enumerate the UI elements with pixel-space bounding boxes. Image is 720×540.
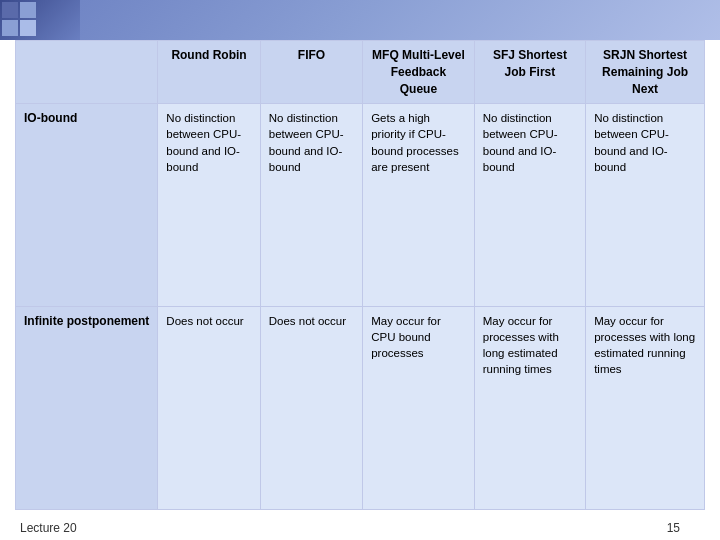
cell-io-srjn: No distinction between CPU-bound and IO-… (586, 104, 705, 307)
table-container: Round Robin FIFO MFQ Multi-Level Feedbac… (15, 40, 705, 510)
header-fifo: FIFO (260, 41, 362, 104)
footer: Lecture 20 15 (0, 521, 700, 535)
header-srjn: SRJN Shortest Remaining Job Next (586, 41, 705, 104)
top-bar-accent (0, 0, 80, 40)
square-1 (2, 2, 18, 18)
header-empty (16, 41, 158, 104)
page-number: 15 (667, 521, 680, 535)
top-bar (0, 0, 720, 40)
cell-io-sfj: No distinction between CPU-bound and IO-… (474, 104, 585, 307)
square-3 (2, 20, 18, 36)
cell-post-rr: Does not occur (158, 307, 260, 510)
table-row: IO-bound No distinction between CPU-boun… (16, 104, 705, 307)
cell-post-srjn: May occur for processes with long estima… (586, 307, 705, 510)
comparison-table: Round Robin FIFO MFQ Multi-Level Feedbac… (15, 40, 705, 510)
square-4 (20, 20, 36, 36)
cell-io-fifo: No distinction between CPU-bound and IO-… (260, 104, 362, 307)
header-round-robin: Round Robin (158, 41, 260, 104)
header-sfj: SFJ Shortest Job First (474, 41, 585, 104)
header-mfq: MFQ Multi-Level Feedback Queue (363, 41, 475, 104)
square-2 (20, 2, 36, 18)
table-row: Infinite postponement Does not occur Doe… (16, 307, 705, 510)
cell-io-rr: No distinction between CPU-bound and IO-… (158, 104, 260, 307)
cell-io-mfq: Gets a high priority if CPU-bound proces… (363, 104, 475, 307)
row-label-postponement: Infinite postponement (16, 307, 158, 510)
lecture-label: Lecture 20 (20, 521, 77, 535)
cell-post-mfq: May occur for CPU bound processes (363, 307, 475, 510)
cell-post-sfj: May occur for processes with long estima… (474, 307, 585, 510)
row-label-io-bound: IO-bound (16, 104, 158, 307)
corner-squares (0, 0, 40, 40)
cell-post-fifo: Does not occur (260, 307, 362, 510)
